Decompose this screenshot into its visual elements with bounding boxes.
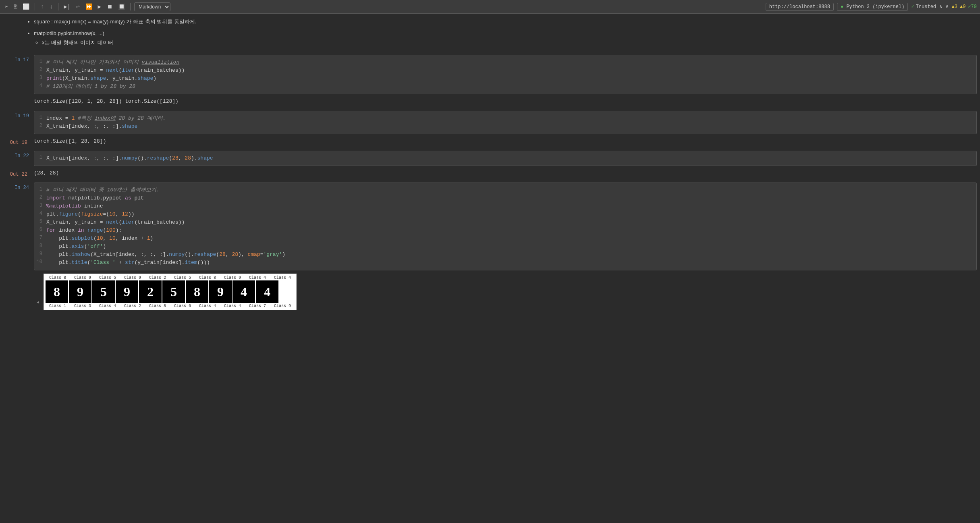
digit-4-0: 4 (233, 280, 255, 303)
code-lines-22: 1 X_train[index, :, :, :].numpy().reshap… (34, 151, 976, 166)
warning-badges: ▲3 ▲9 ✓79 (952, 4, 977, 10)
check-icon: ✓ (911, 4, 914, 10)
class-label-9: Class 4 (270, 276, 295, 280)
copy-icon[interactable]: ⎘ (12, 3, 19, 11)
collapse-icon[interactable]: ∨ (945, 4, 948, 10)
markdown-line-2: matplotlib.pyplot.imshow(x, ...) (34, 29, 956, 38)
server-url[interactable]: http://localhost:8888 (766, 3, 834, 11)
digit-4-1: 4 (256, 280, 278, 303)
output-content-19: torch.Size([1, 28, 28]) (32, 136, 977, 147)
digit-9-2: 9 (209, 280, 232, 303)
restart-icon[interactable]: ↩ (75, 2, 81, 11)
class-label-7: Class 9 (220, 276, 245, 280)
markdown-line-3: x는 배열 형태의 이미지 데이터 (42, 39, 956, 47)
digit-5-0: 5 (92, 280, 115, 303)
expand-icon[interactable]: ∧ (939, 4, 942, 10)
class-label-8: Class 4 (245, 276, 270, 280)
code-line-24-7: 7 plt.subplot(10, 10, index + 1) (34, 235, 976, 243)
output-cell-22: Out 22 (28, 28) (0, 168, 980, 178)
cut-icon[interactable]: ✂ (3, 2, 10, 11)
separator-1 (35, 3, 35, 10)
code-line-24-5: 5 X_train, y_train = next(iter(train_bat… (34, 218, 976, 226)
cell-content-19[interactable]: 1 index = 1 #특정 index에 28 by 28 데이터. 2 X… (34, 111, 977, 134)
digit-5-1: 5 (162, 280, 185, 303)
code-line-24-10: 10 plt.title('Class ' + str(y_train[inde… (34, 259, 976, 267)
class-label-r2-1: Class 3 (71, 304, 95, 308)
cell-content-24[interactable]: 1 # 미니 배치 데이터 중 100개만 출력해보기. 2 import ma… (34, 183, 977, 270)
cell-type-icon[interactable]: 🔲 (116, 2, 127, 11)
out-label-24-empty (0, 272, 32, 276)
output-cell-17: torch.Size([128, 1, 28, 28]) torch.Size(… (0, 96, 980, 107)
markdown-cell-top: square : max(x)-min(x) = max(y)-min(y) 가… (0, 14, 980, 51)
class-label-r2-6: Class 4 (195, 304, 220, 308)
digit-row1: 8 9 5 9 2 5 8 9 4 4 (46, 280, 295, 303)
code-line-17-4: 4 # 128개의 데이터 1 by 28 by 28 (34, 83, 976, 91)
code-line-24-4: 4 plt.figure(figsize=(10, 12)) (34, 210, 976, 218)
code-cell-24: In 24 1 # 미니 배치 데이터 중 100개만 출력해보기. 2 imp… (0, 181, 980, 272)
class-label-5: Class 5 (170, 276, 195, 280)
digit-9-1: 9 (116, 280, 138, 303)
output-content-22: (28, 28) (32, 168, 977, 178)
code-line-17-3: 3 print(X_train.shape, y_train.shape) (34, 75, 976, 83)
digit-9-0: 9 (69, 280, 91, 303)
run-prev-icon[interactable]: ▶| (62, 2, 72, 11)
class-label-2: Class 5 (96, 276, 120, 280)
notebook: square : max(x)-min(x) = max(y)-min(y) 가… (0, 14, 980, 312)
code-line-17-1: 1 # 미니 배치 하나만 가져와서 이미지 visualiztion (34, 58, 976, 66)
code-line-22-1: 1 X_train[index, :, :, :].numpy().reshap… (34, 154, 976, 162)
code-cell-19: In 19 1 index = 1 #특정 index에 28 by 28 데이… (0, 109, 980, 136)
class-label-r2-9: Class 9 (270, 304, 295, 308)
output-cell-19: Out 19 torch.Size([1, 28, 28]) (0, 136, 980, 147)
cell-content-22[interactable]: 1 X_train[index, :, :, :].numpy().reshap… (34, 151, 977, 166)
class-label-6: Class 8 (195, 276, 220, 280)
code-line-24-2: 2 import matplotlib.pyplot as plt (34, 194, 976, 202)
class-label-r2-4: Class 8 (145, 304, 170, 308)
in-label-22: In 22 (2, 149, 34, 168)
class-label-r2-0: Class 1 (46, 304, 70, 308)
toolbar: ✂ ⎘ ⬜ ↑ ↓ ▶| ↩ ⏩ ▶ ⏹ 🔲 Markdown Code Raw… (0, 0, 980, 14)
code-line-24-6: 6 for index in range(100): (34, 226, 976, 235)
move-down-icon[interactable]: ↓ (48, 3, 54, 11)
cell-type-dropdown[interactable]: Markdown Code Raw (134, 2, 170, 11)
code-line-24-8: 8 plt.axis('off') (34, 243, 976, 251)
class-label-1: Class 9 (71, 276, 95, 280)
interrupt-icon[interactable]: ⏹ (105, 3, 114, 11)
code-lines-19: 1 index = 1 #특정 index에 28 by 28 데이터. 2 X… (34, 111, 976, 134)
class-label-4: Class 2 (145, 276, 170, 280)
code-lines-17: 1 # 미니 배치 하나만 가져와서 이미지 visualiztion 2 X_… (34, 55, 976, 94)
cell-content-17[interactable]: 1 # 미니 배치 하나만 가져와서 이미지 visualiztion 2 X_… (34, 55, 977, 94)
markdown-line-1: square : max(x)-min(x) = max(y)-min(y) 가… (34, 18, 956, 26)
code-line-24-9: 9 plt.imshow(X_train[index, :, :, :].num… (34, 251, 976, 259)
out-label-22: Out 22 (0, 168, 32, 178)
output-cell-24: ◀ Class 8 Class 9 Class 5 Class 9 Class … (0, 272, 980, 312)
class-label-0: Class 8 (46, 276, 70, 280)
in-label-17: In 17 (2, 53, 34, 96)
code-line-19-2: 2 X_train[index, :, :, :].shape (34, 122, 976, 131)
digit-8: 8 (46, 280, 68, 303)
class-labels-row1: Class 8 Class 9 Class 5 Class 9 Class 2 … (46, 276, 295, 280)
class-label-r2-8: Class 7 (245, 304, 270, 308)
fast-forward-icon[interactable]: ⏩ (84, 2, 94, 11)
in-label-19: In 19 (2, 109, 34, 136)
in-label-24: In 24 (2, 181, 34, 272)
code-cell-17: In 17 1 # 미니 배치 하나만 가져와서 이미지 visualiztio… (0, 53, 980, 96)
class-label-r2-7: Class 4 (220, 304, 245, 308)
ok-count: ✓79 (968, 4, 977, 10)
code-line-24-1: 1 # 미니 배치 데이터 중 100개만 출력해보기. (34, 186, 976, 194)
collapse-output-btn[interactable]: ◀ (34, 298, 42, 306)
image-output-24: Class 8 Class 9 Class 5 Class 9 Class 2 … (44, 274, 297, 310)
code-line-24-3: 3 %matplotlib inline (34, 202, 976, 210)
digit-8-1: 8 (186, 280, 208, 303)
out-label-17-empty (0, 96, 32, 107)
class-label-r2-3: Class 2 (120, 304, 145, 308)
warning-count-1: ▲3 (952, 4, 957, 10)
move-up-icon[interactable]: ↑ (39, 3, 45, 11)
run-icon[interactable]: ▶ (96, 2, 103, 11)
class-label-r2-5: Class 6 (170, 304, 195, 308)
separator-2 (58, 3, 58, 10)
code-lines-24: 1 # 미니 배치 데이터 중 100개만 출력해보기. 2 import ma… (34, 183, 976, 270)
out-label-19: Out 19 (0, 136, 32, 147)
kernel-circle-icon: ● (841, 4, 843, 10)
stop-icon[interactable]: ⬜ (21, 2, 31, 11)
class-label-r2-2: Class 4 (96, 304, 120, 308)
